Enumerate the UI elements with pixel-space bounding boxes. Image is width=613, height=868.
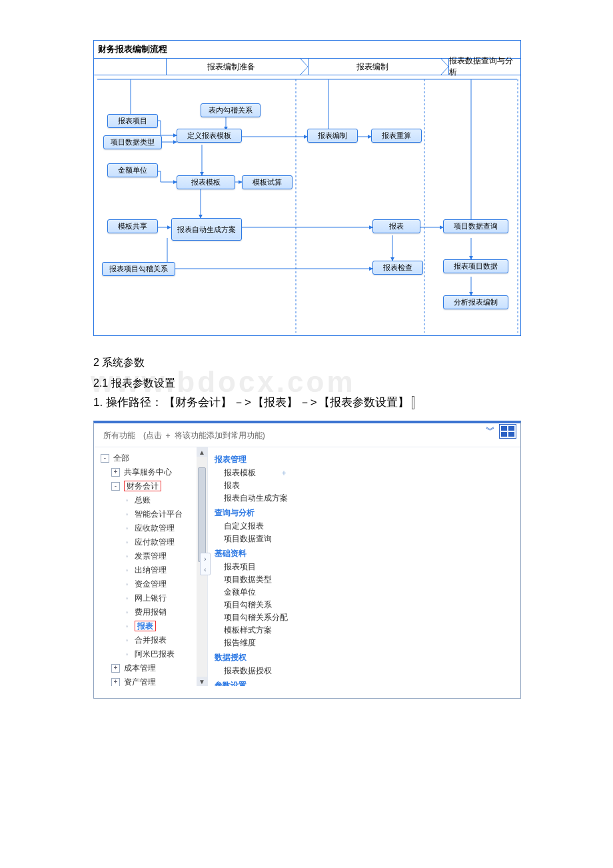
tree-node-label[interactable]: 阿米巴报表 <box>135 649 175 659</box>
tree-node-label[interactable]: 出纳管理 <box>135 565 167 575</box>
tree-node-label[interactable]: 报表 <box>135 621 156 631</box>
bullet-icon: ▫ <box>123 539 131 546</box>
node-report-recalc: 报表重算 <box>371 129 422 143</box>
function-item-label[interactable]: 报表自动生成方案 <box>224 493 288 503</box>
expand-icon[interactable]: + <box>111 664 120 673</box>
heading-system-params: 2 系统参数 <box>93 356 520 370</box>
collapse-ribbon-icon[interactable]: ︾ <box>486 425 495 437</box>
tree-node-label[interactable]: 共享服务中心 <box>124 467 172 477</box>
tree-node[interactable]: +共享服务中心 <box>101 465 207 479</box>
function-item[interactable]: 报表自动生成方案 <box>215 492 514 505</box>
tree-node-label[interactable]: 资产管理 <box>124 677 156 686</box>
tree-node-label[interactable]: 总账 <box>135 495 151 505</box>
tree-node[interactable]: -财务会计 <box>101 479 207 493</box>
text-cursor <box>412 396 414 409</box>
function-item[interactable]: 报告维度 <box>215 637 514 649</box>
bullet-icon: ▫ <box>123 581 131 588</box>
function-item-label[interactable]: 报表 <box>224 481 240 490</box>
function-item[interactable]: 报表项目 <box>215 561 514 573</box>
tree-node-label[interactable]: 全部 <box>113 453 129 463</box>
function-item[interactable]: 自定义报表 <box>215 520 514 533</box>
tree-node-label[interactable]: 网上银行 <box>135 593 167 603</box>
expand-icon[interactable]: + <box>111 678 120 686</box>
function-item[interactable]: 项目数据查询 <box>215 533 514 545</box>
function-item-label[interactable]: 报表数据授权 <box>224 666 272 675</box>
scroll-thumb[interactable] <box>198 467 206 562</box>
tree-node[interactable]: ▫报表 <box>101 619 207 633</box>
node-analysis-compile: 分析报表编制 <box>443 295 508 309</box>
path-arrow-1: －> <box>233 395 251 410</box>
tree-node-label[interactable]: 发票管理 <box>135 551 167 561</box>
bullet-icon: ▫ <box>123 497 131 504</box>
bullet-icon: ▫ <box>123 595 131 602</box>
function-list: 报表管理报表模板＋报表报表自动生成方案查询与分析自定义报表项目数据查询基础资料报… <box>208 447 520 686</box>
bullet-icon: ▫ <box>123 609 131 616</box>
function-item-label[interactable]: 项目勾稽关系分配 <box>224 613 288 622</box>
function-group-title: 参数设置 <box>215 680 514 686</box>
function-group-title: 基础资料 <box>215 548 514 559</box>
function-item-label[interactable]: 项目勾稽关系 <box>224 600 272 609</box>
tree-node[interactable]: ▫应付款管理 <box>101 535 207 549</box>
function-item[interactable]: 模板样式方案 <box>215 624 514 637</box>
scroll-up-icon[interactable]: ▲ <box>197 447 207 457</box>
all-functions-hint: 所有功能 (点击 ＋ 将该功能添加到常用功能) <box>94 423 520 447</box>
tree-node[interactable]: ▫应收款管理 <box>101 521 207 535</box>
split-handle[interactable]: ›‹ <box>200 553 211 575</box>
node-report-item: 报表项目 <box>107 114 158 128</box>
tree-node[interactable]: ▫费用报销 <box>101 605 207 619</box>
lane-compile: 报表编制 <box>308 59 448 75</box>
node-item-data-type: 项目数据类型 <box>103 135 162 149</box>
function-item-label[interactable]: 报表模板 <box>224 468 256 477</box>
tree-node-label[interactable]: 应收款管理 <box>135 523 175 533</box>
tree-node[interactable]: +资产管理 <box>101 675 207 686</box>
expand-icon[interactable]: + <box>111 468 120 477</box>
function-item-label[interactable]: 项目数据查询 <box>224 534 272 543</box>
path-label: 1. 操作路径： <box>93 395 163 410</box>
tree-node-label[interactable]: 财务会计 <box>124 481 161 491</box>
path-arrow-2: －> <box>299 395 317 410</box>
node-item-check-relation: 报表项目勾稽关系 <box>102 262 175 276</box>
add-to-favorites-icon[interactable]: ＋ <box>280 468 288 477</box>
flow-body: 报表项目 项目数据类型 金额单位 模板共享 报表项目勾稽关系 表内勾稽关系 定义… <box>94 75 520 335</box>
tree-node[interactable]: ▫合并报表 <box>101 633 207 647</box>
tree-node[interactable]: ▫智能会计平台 <box>101 507 207 521</box>
function-item[interactable]: 金额单位 <box>215 586 514 599</box>
tree-node-label[interactable]: 资金管理 <box>135 579 167 589</box>
function-item[interactable]: 项目数据类型 <box>215 573 514 586</box>
tiles-icon[interactable] <box>499 424 516 439</box>
tree-node[interactable]: ▫出纳管理 <box>101 563 207 577</box>
tree-node[interactable]: +成本管理 <box>101 661 207 675</box>
lane-query: 报表数据查询与分析 <box>448 59 520 75</box>
tree-node[interactable]: -全部 <box>101 451 207 465</box>
function-item[interactable]: 项目勾稽关系分配 <box>215 611 514 624</box>
tree-node[interactable]: ▫资金管理 <box>101 577 207 591</box>
scroll-down-icon[interactable]: ▼ <box>197 677 207 686</box>
bullet-icon: ▫ <box>123 623 131 630</box>
tree-node-label[interactable]: 智能会计平台 <box>135 509 183 519</box>
function-item-label[interactable]: 报表项目 <box>224 562 256 571</box>
function-item-label[interactable]: 项目数据类型 <box>224 575 272 584</box>
node-report: 报表 <box>372 219 420 233</box>
function-item-label[interactable]: 金额单位 <box>224 587 256 597</box>
function-item-label[interactable]: 自定义报表 <box>224 521 264 531</box>
function-item[interactable]: 报表数据授权 <box>215 665 514 677</box>
operation-path: 1. 操作路径： 【财务会计】 －> 【报表】 －> 【报表参数设置】 <box>93 395 520 410</box>
tree-node-label[interactable]: 合并报表 <box>135 635 167 645</box>
module-tree[interactable]: -全部+共享服务中心-财务会计▫总账▫智能会计平台▫应收款管理▫应付款管理▫发票… <box>94 447 208 686</box>
expand-icon[interactable]: - <box>101 454 109 463</box>
expand-icon[interactable]: - <box>111 482 120 491</box>
tree-node-label[interactable]: 成本管理 <box>124 663 156 673</box>
lane-label: 报表编制 <box>356 61 388 73</box>
tree-node-label[interactable]: 费用报销 <box>135 607 167 617</box>
function-item-label[interactable]: 报告维度 <box>224 638 256 647</box>
tree-node[interactable]: ▫网上银行 <box>101 591 207 605</box>
function-item[interactable]: 报表模板＋ <box>215 467 514 479</box>
function-item[interactable]: 项目勾稽关系 <box>215 599 514 611</box>
bullet-icon: ▫ <box>123 637 131 644</box>
tree-node[interactable]: ▫阿米巴报表 <box>101 647 207 661</box>
tree-node[interactable]: ▫发票管理 <box>101 549 207 563</box>
function-item[interactable]: 报表 <box>215 479 514 492</box>
function-item-label[interactable]: 模板样式方案 <box>224 625 272 635</box>
tree-node[interactable]: ▫总账 <box>101 493 207 507</box>
tree-node-label[interactable]: 应付款管理 <box>135 537 175 547</box>
